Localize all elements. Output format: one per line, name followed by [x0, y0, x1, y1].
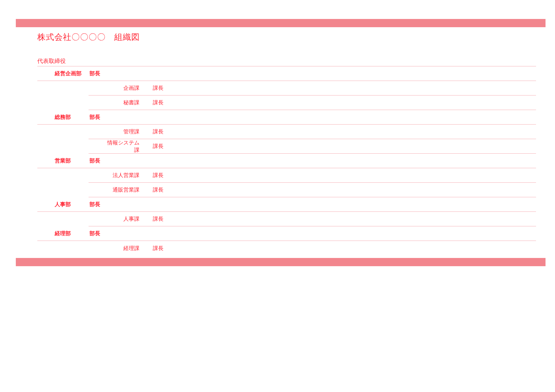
- dept-name: 経営企画部: [55, 70, 89, 77]
- org-root-label: 代表取締役: [37, 57, 536, 65]
- section-name: 通販営業課: [106, 186, 141, 193]
- section-row: 管理課 課長: [89, 125, 536, 139]
- section-role: 課長: [153, 245, 172, 252]
- dept-role: 部長: [89, 113, 108, 121]
- section-row: 通販営業課 課長: [89, 183, 536, 197]
- page-title: 株式会社〇〇〇〇 組織図: [37, 32, 536, 43]
- section-row: 企画課 課長: [89, 81, 536, 95]
- decorative-band-top: [16, 19, 546, 27]
- dept-name: 人事部: [55, 201, 89, 208]
- section-row: 人事課 課長: [89, 212, 536, 226]
- dept-row: 人事部 部長: [37, 197, 536, 212]
- dept-row: 営業部 部長: [37, 154, 536, 168]
- dept-name: 営業部: [55, 157, 89, 164]
- section-name: 管理課: [106, 128, 141, 135]
- section-name: 人事課: [106, 215, 141, 223]
- section-role: 課長: [153, 128, 172, 135]
- section-name: 経理課: [106, 245, 141, 252]
- dept-role: 部長: [89, 201, 108, 208]
- section-name: 法人営業課: [106, 172, 141, 179]
- dept-row: 経理部 部長: [37, 226, 536, 241]
- section-role: 課長: [153, 215, 172, 223]
- dept-name: 総務部: [55, 113, 89, 121]
- section-name: 企画課: [106, 84, 141, 92]
- section-name: 情報システム課: [106, 139, 141, 154]
- section-row: 情報システム課 課長: [89, 139, 536, 154]
- section-row: 秘書課 課長: [89, 95, 536, 110]
- section-role: 課長: [153, 84, 172, 92]
- section-role: 課長: [153, 143, 172, 150]
- root-underline: [37, 66, 536, 66]
- section-role: 課長: [153, 172, 172, 179]
- decorative-band-bottom: [16, 258, 546, 266]
- section-role: 課長: [153, 99, 172, 106]
- org-chart-content: 株式会社〇〇〇〇 組織図 代表取締役 経営企画部 部長 企画課 課長 秘書課 課…: [37, 32, 536, 255]
- section-role: 課長: [153, 186, 172, 193]
- section-row: 法人営業課 課長: [89, 168, 536, 183]
- dept-name: 経理部: [55, 230, 89, 237]
- dept-role: 部長: [89, 157, 108, 164]
- section-row: 経理課 課長: [89, 241, 536, 255]
- dept-row: 総務部 部長: [37, 110, 536, 125]
- section-name: 秘書課: [106, 99, 141, 106]
- dept-role: 部長: [89, 230, 108, 237]
- dept-row: 経営企画部 部長: [37, 66, 536, 81]
- dept-role: 部長: [89, 70, 108, 77]
